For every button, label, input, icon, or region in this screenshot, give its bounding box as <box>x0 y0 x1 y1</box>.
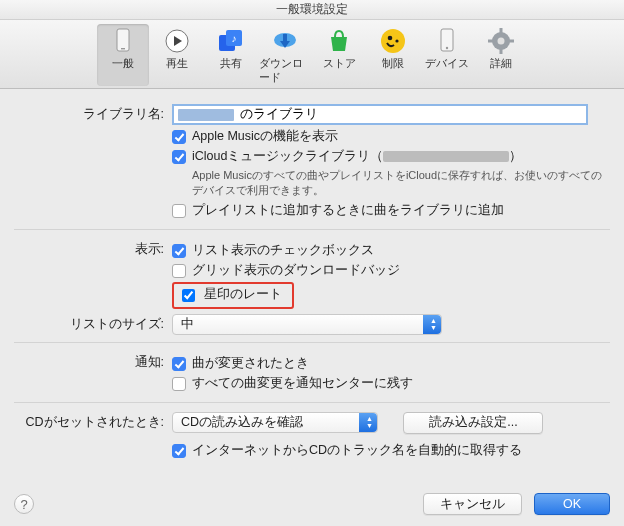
svg-rect-9 <box>283 34 287 42</box>
store-icon <box>324 26 354 56</box>
add-to-library-label: プレイリストに追加するときに曲をライブラリに追加 <box>192 202 504 219</box>
svg-point-12 <box>388 36 393 41</box>
tab-label: ダウンロード <box>259 57 311 85</box>
list-size-label: リストのサイズ: <box>14 312 172 333</box>
divider <box>14 342 610 343</box>
view-label: 表示: <box>14 237 172 258</box>
ok-button[interactable]: OK <box>534 493 610 515</box>
prefs-toolbar: 一般 再生 ♪ 共有 ダウンロード ストア <box>0 20 624 89</box>
cd-track-names-label: インターネットからCDのトラック名を自動的に取得する <box>192 442 522 459</box>
redacted-name <box>178 109 234 121</box>
list-checkboxes-checkbox[interactable] <box>172 244 186 258</box>
tab-advanced[interactable]: 詳細 <box>475 24 527 86</box>
svg-text:♪: ♪ <box>232 33 237 44</box>
tab-devices[interactable]: デバイス <box>421 24 473 86</box>
tab-label: ストア <box>323 57 356 71</box>
import-settings-button[interactable]: 読み込み設定... <box>403 412 543 434</box>
icloud-help-text: Apple Musicのすべての曲やプレイリストをiCloudに保存すれば、お使… <box>192 168 610 198</box>
star-rating-label: 星印のレート <box>204 286 282 303</box>
svg-rect-19 <box>500 49 503 54</box>
tab-label: デバイス <box>425 57 469 71</box>
list-size-select[interactable]: 中 ▲▼ <box>172 314 442 335</box>
svg-point-17 <box>498 38 505 45</box>
cd-action-select[interactable]: CDの読み込みを確認 ▲▼ <box>172 412 378 433</box>
window-title: 一般環境設定 <box>276 1 348 18</box>
svg-point-15 <box>446 47 448 49</box>
divider <box>14 229 610 230</box>
add-to-library-checkbox[interactable] <box>172 204 186 218</box>
svg-marker-10 <box>331 37 347 51</box>
tab-sharing[interactable]: ♪ 共有 <box>205 24 257 86</box>
star-rating-checkbox[interactable] <box>182 289 195 302</box>
parental-icon <box>378 26 408 56</box>
apple-music-checkbox[interactable] <box>172 130 186 144</box>
download-icon <box>270 26 300 56</box>
tab-label: 一般 <box>112 57 134 71</box>
library-name-input[interactable] <box>172 104 588 125</box>
cancel-button[interactable]: キャンセル <box>423 493 522 515</box>
play-icon <box>162 26 192 56</box>
tab-label: 再生 <box>166 57 188 71</box>
icloud-library-label: iCloudミュージックライブラリ（） <box>192 148 522 165</box>
star-rating-highlight: 星印のレート <box>172 282 294 309</box>
svg-rect-0 <box>117 29 129 51</box>
library-name-label: ライブラリ名: <box>14 102 172 123</box>
svg-rect-20 <box>488 40 493 43</box>
tab-label: 共有 <box>220 57 242 71</box>
apple-music-label: Apple Musicの機能を表示 <box>192 128 338 145</box>
help-button[interactable]: ? <box>14 494 34 514</box>
cd-insert-label: CDがセットされたとき: <box>14 410 172 431</box>
tab-label: 制限 <box>382 57 404 71</box>
divider <box>14 402 610 403</box>
gear-icon <box>486 26 516 56</box>
tab-store[interactable]: ストア <box>313 24 365 86</box>
song-changed-checkbox[interactable] <box>172 357 186 371</box>
general-icon <box>108 26 138 56</box>
notify-label: 通知: <box>14 350 172 371</box>
grid-badge-checkbox[interactable] <box>172 264 186 278</box>
svg-point-13 <box>395 39 398 42</box>
footer: ? キャンセル OK <box>0 482 624 526</box>
grid-badge-label: グリッド表示のダウンロードバッジ <box>192 262 400 279</box>
notification-center-checkbox[interactable] <box>172 377 186 391</box>
tab-general[interactable]: 一般 <box>97 24 149 86</box>
icloud-library-checkbox[interactable] <box>172 150 186 164</box>
svg-rect-21 <box>509 40 514 43</box>
svg-rect-1 <box>121 48 125 49</box>
redacted-account <box>383 151 509 162</box>
window-titlebar: 一般環境設定 <box>0 0 624 20</box>
tab-restrict[interactable]: 制限 <box>367 24 419 86</box>
list-checkboxes-label: リスト表示のチェックボックス <box>192 242 374 259</box>
tab-playback[interactable]: 再生 <box>151 24 203 86</box>
tab-label: 詳細 <box>490 57 512 71</box>
tab-downloads[interactable]: ダウンロード <box>259 24 311 86</box>
svg-point-11 <box>381 29 405 53</box>
svg-rect-18 <box>500 28 503 33</box>
sharing-icon: ♪ <box>216 26 246 56</box>
cd-track-names-checkbox[interactable] <box>172 444 186 458</box>
notification-center-label: すべての曲変更を通知センターに残す <box>192 375 413 392</box>
song-changed-label: 曲が変更されたとき <box>192 355 309 372</box>
device-icon <box>432 26 462 56</box>
